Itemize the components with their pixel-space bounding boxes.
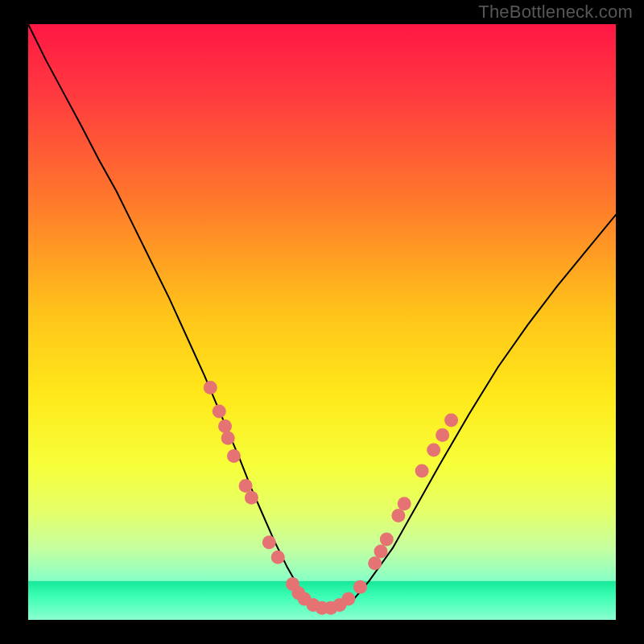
curve-marker xyxy=(391,509,405,522)
curve-marker xyxy=(353,580,367,594)
curve-marker xyxy=(427,444,440,457)
curve-marker xyxy=(262,535,276,549)
curve-marker xyxy=(380,533,394,547)
chart-frame: { "watermark": "TheBottleneck.com", "cha… xyxy=(0,0,644,644)
curve-marker xyxy=(444,414,458,427)
plot-background xyxy=(28,24,616,620)
curve-marker xyxy=(271,551,285,564)
curve-marker xyxy=(245,491,258,505)
curve-marker xyxy=(341,592,355,606)
curve-marker xyxy=(227,449,241,463)
curve-marker xyxy=(368,556,382,570)
curve-marker xyxy=(415,464,429,478)
curve-marker xyxy=(436,428,449,442)
curve-marker xyxy=(398,497,411,510)
watermark-text: TheBottleneck.com xyxy=(478,2,633,23)
curve-marker xyxy=(221,431,235,445)
curve-marker xyxy=(204,381,217,394)
curve-marker xyxy=(239,479,253,493)
curve-marker xyxy=(213,405,226,419)
bottleneck-chart xyxy=(0,0,644,644)
curve-marker xyxy=(374,544,388,558)
curve-marker xyxy=(218,419,232,433)
